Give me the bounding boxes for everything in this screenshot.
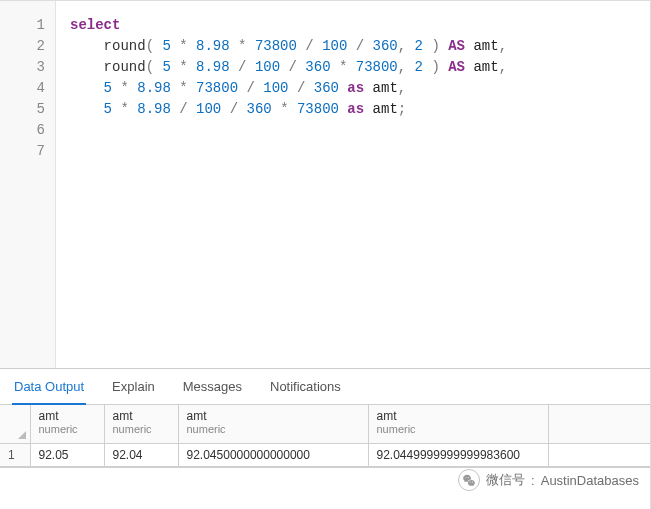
line-number: 2 bbox=[0, 36, 55, 57]
watermark-sep: : bbox=[531, 473, 535, 488]
cell[interactable]: 92.0450000000000000 bbox=[178, 443, 368, 466]
line-number: 5 bbox=[0, 99, 55, 120]
line-number-gutter: 1234567 bbox=[0, 1, 56, 368]
watermark: 微信号 : AustinDatabases bbox=[458, 469, 639, 491]
code-content[interactable]: select round( 5 * 8.98 * 73800 / 100 / 3… bbox=[56, 1, 651, 368]
line-number: 1 bbox=[0, 15, 55, 36]
column-type: numeric bbox=[187, 423, 360, 435]
column-type: numeric bbox=[39, 423, 96, 435]
code-line: select bbox=[70, 15, 651, 36]
line-number: 3 bbox=[0, 57, 55, 78]
column-header[interactable]: amt numeric bbox=[368, 405, 548, 443]
column-header[interactable]: amt numeric bbox=[30, 405, 104, 443]
wechat-icon bbox=[458, 469, 480, 491]
tab-data-output[interactable]: Data Output bbox=[12, 379, 86, 405]
column-header[interactable]: amt numeric bbox=[104, 405, 178, 443]
column-name: amt bbox=[113, 409, 170, 423]
tab-messages[interactable]: Messages bbox=[181, 379, 244, 403]
cell[interactable]: 92.04 bbox=[104, 443, 178, 466]
result-tabs: Data Output Explain Messages Notificatio… bbox=[0, 369, 651, 405]
grid-corner bbox=[0, 405, 30, 443]
watermark-label: 微信号 bbox=[486, 471, 525, 489]
cell[interactable]: 92.0449999999999983600 bbox=[368, 443, 548, 466]
column-header-empty bbox=[548, 405, 651, 443]
column-name: amt bbox=[377, 409, 540, 423]
cell[interactable]: 92.05 bbox=[30, 443, 104, 466]
column-header[interactable]: amt numeric bbox=[178, 405, 368, 443]
table-row[interactable]: 1 92.05 92.04 92.0450000000000000 92.044… bbox=[0, 443, 651, 466]
column-name: amt bbox=[39, 409, 96, 423]
cell-empty bbox=[548, 443, 651, 466]
code-line: 5 * 8.98 / 100 / 360 * 73800 as amt; bbox=[70, 99, 651, 120]
line-number: 6 bbox=[0, 120, 55, 141]
results-grid[interactable]: amt numeric amt numeric amt numeric amt … bbox=[0, 405, 651, 468]
code-line: 5 * 8.98 * 73800 / 100 / 360 as amt, bbox=[70, 78, 651, 99]
code-line bbox=[70, 120, 651, 141]
column-header-row: amt numeric amt numeric amt numeric amt … bbox=[0, 405, 651, 443]
sql-editor[interactable]: 1234567 select round( 5 * 8.98 * 73800 /… bbox=[0, 1, 651, 369]
column-name: amt bbox=[187, 409, 360, 423]
code-line: round( 5 * 8.98 * 73800 / 100 / 360, 2 )… bbox=[70, 36, 651, 57]
row-number: 1 bbox=[0, 443, 30, 466]
column-type: numeric bbox=[113, 423, 170, 435]
column-type: numeric bbox=[377, 423, 540, 435]
line-number: 4 bbox=[0, 78, 55, 99]
tab-notifications[interactable]: Notifications bbox=[268, 379, 343, 403]
line-number: 7 bbox=[0, 141, 55, 162]
tab-explain[interactable]: Explain bbox=[110, 379, 157, 403]
code-line: round( 5 * 8.98 / 100 / 360 * 73800, 2 )… bbox=[70, 57, 651, 78]
watermark-value: AustinDatabases bbox=[541, 473, 639, 488]
code-line bbox=[70, 141, 651, 162]
